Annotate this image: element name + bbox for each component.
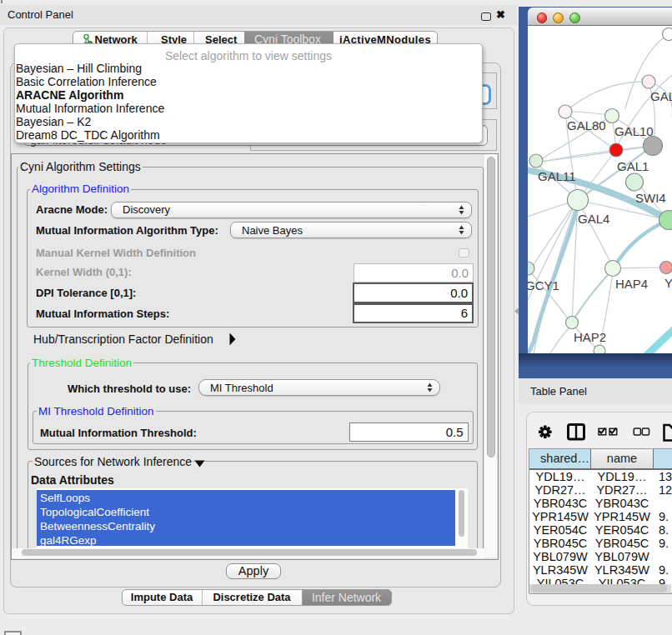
svg-text:GCY1: GCY1 — [528, 278, 559, 292]
svg-text:GAL11: GAL11 — [538, 169, 576, 183]
svg-text:GAL10: GAL10 — [614, 124, 654, 138]
svg-text:GAL80: GAL80 — [650, 89, 672, 103]
svg-text:GAL80: GAL80 — [567, 118, 606, 132]
svg-text:GAL4: GAL4 — [578, 212, 609, 226]
svg-text:YM: YM — [664, 276, 672, 290]
svg-text:HAP4: HAP4 — [615, 277, 648, 291]
svg-text:SWI4: SWI4 — [635, 191, 666, 205]
svg-text:GAL1: GAL1 — [617, 159, 649, 173]
svg-text:HAP2: HAP2 — [574, 330, 606, 344]
